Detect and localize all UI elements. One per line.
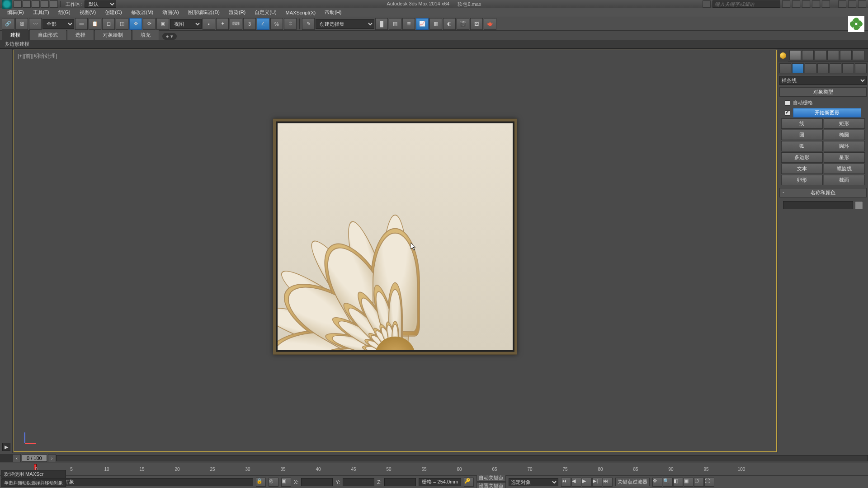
qat-undo-icon[interactable] [41,0,49,8]
obj-btn-圆[interactable]: 圆 [781,130,823,140]
obj-btn-螺旋线[interactable]: 螺旋线 [824,164,865,174]
next-frame-icon[interactable]: ▶| [592,478,602,487]
obj-btn-文本[interactable]: 文本 [781,164,823,174]
new-shape-button[interactable]: 开始新图形 [793,108,861,117]
time-tag-icon[interactable]: 🔑 [464,478,474,487]
scale-icon[interactable]: ▣ [156,18,169,30]
tab-display-icon[interactable] [840,50,852,60]
obj-btn-多边形[interactable]: 多边形 [781,152,823,163]
panel-orb-icon[interactable] [780,52,786,59]
ribbon-tab-自由形式[interactable]: 自由形式 [29,30,66,40]
ribbon-tab-选择[interactable]: 选择 [67,30,94,40]
select-region-icon[interactable]: ◻ [102,18,115,30]
x-input[interactable] [301,478,333,486]
ribbon-pill[interactable]: ● ▾ [162,33,177,40]
star3-icon[interactable] [812,0,820,8]
snap-percent-icon[interactable]: % [270,18,283,30]
qat-save-icon[interactable] [32,0,40,8]
link-icon[interactable]: 🔗 [2,18,14,30]
sub-helpers-icon[interactable] [830,63,841,73]
ts-next-icon[interactable]: › [48,454,56,462]
nav-zoom-icon[interactable]: 🔍 [663,478,673,487]
material-editor-icon[interactable]: ◐ [443,18,456,30]
keymode-combo[interactable]: 选定对象 [509,478,558,486]
pivot-icon[interactable]: ▪ [203,18,215,30]
time-ruler[interactable]: 0510152025303540455055606570758085909510… [0,463,868,475]
plugin-clover-icon[interactable] [848,16,864,32]
curve-editor-icon[interactable]: 📈 [416,18,429,30]
newshape-checkbox[interactable] [785,110,790,116]
edit-named-sel-icon[interactable]: ✎ [302,18,315,30]
minimize-icon[interactable] [838,0,846,8]
qat-new-icon[interactable] [14,0,22,8]
menu-创建(C)[interactable]: 创建(C) [100,8,126,17]
user-icon[interactable] [822,0,830,8]
obj-btn-卵形[interactable]: 卵形 [781,175,823,185]
prev-frame-icon[interactable]: ◀ [571,478,581,487]
menu-图形编辑器(D)[interactable]: 图形编辑器(D) [184,8,224,17]
search-input[interactable] [712,0,780,8]
obj-btn-星形[interactable]: 星形 [824,152,865,163]
sel-lock-icon[interactable]: ▣ [281,478,291,487]
menu-工具(T)[interactable]: 工具(T) [28,8,54,17]
obj-btn-截面[interactable]: 截面 [824,175,865,185]
layers-icon[interactable]: ≣ [402,18,415,30]
menu-MAXScript(X)[interactable]: MAXScript(X) [281,9,321,16]
align-icon[interactable]: ▤ [389,18,401,30]
object-name-input[interactable] [783,201,853,209]
setkey-button[interactable]: 设置关键点 [476,482,506,488]
obj-btn-弧[interactable]: 弧 [781,141,823,151]
goto-start-icon[interactable]: ⏮ [561,478,571,487]
keyboard-shortcut-icon[interactable]: ⌨ [230,18,242,30]
sub-geometry-icon[interactable] [779,63,791,73]
star2-icon[interactable] [802,0,810,8]
time-slider-handle[interactable]: 0 / 100 [22,455,47,462]
render-icon[interactable]: 🫖 [484,18,496,30]
viewport[interactable]: [+][前][明暗处理] [14,50,777,452]
menu-视图(V)[interactable]: 视图(V) [75,8,101,17]
ribbon-tab-填充[interactable]: 填充 [132,30,159,40]
unlink-icon[interactable]: ⛓ [15,18,28,30]
manipulate-icon[interactable]: ✦ [216,18,229,30]
menu-自定义(U)[interactable]: 自定义(U) [250,8,281,17]
y-input[interactable] [343,478,374,486]
time-track[interactable] [56,455,868,461]
keyfilter-button[interactable]: 关键点过滤器 [615,478,650,486]
play-icon[interactable]: ▶ [582,478,592,487]
ref-coord-combo[interactable]: 视图 [170,19,202,29]
ts-left-end[interactable] [0,454,13,462]
maximize-icon[interactable] [848,0,856,8]
selection-filter-combo[interactable]: 全部 [42,19,74,29]
reference-image[interactable] [273,119,517,355]
select-name-icon[interactable]: 📋 [89,18,101,30]
rollout-object-type[interactable]: -对象类型 [779,87,867,97]
mirror-icon[interactable]: ▐▌ [375,18,388,30]
spinner-snap-icon[interactable]: ⇕ [284,18,297,30]
named-sel-combo[interactable]: 创建选择集 [316,19,374,29]
ts-prev-icon[interactable]: ‹ [13,454,21,462]
nav-pan-icon[interactable]: ✥ [652,478,662,487]
move-icon[interactable]: ✥ [129,18,142,30]
schematic-icon[interactable]: ▦ [429,18,442,30]
rollout-name-color[interactable]: -名称和颜色 [779,188,867,197]
menu-动画(A)[interactable]: 动画(A) [158,8,184,17]
nav-orbit-icon[interactable]: ⭯ [694,478,704,487]
star1-icon[interactable] [792,0,800,8]
obj-btn-圆环[interactable]: 圆环 [824,141,865,151]
ribbon-tab-对象绘制[interactable]: 对象绘制 [94,30,132,40]
info-icon[interactable] [703,0,711,8]
nav-max-icon[interactable]: ⛶ [704,478,714,487]
sub-cameras-icon[interactable] [817,63,829,73]
z-input[interactable] [384,478,416,486]
menu-渲染(R)[interactable]: 渲染(R) [224,8,250,17]
category-combo[interactable]: 样条线 [779,76,867,85]
sub-lights-icon[interactable] [805,63,816,73]
window-crossing-icon[interactable]: ◫ [116,18,128,30]
sub-systems-icon[interactable] [855,63,867,73]
color-swatch[interactable] [855,201,863,209]
sub-shapes-icon[interactable] [792,63,804,73]
render-frame-icon[interactable]: 🖼 [470,18,483,30]
nav-fov-icon[interactable]: ◧ [673,478,683,487]
menu-组(G)[interactable]: 组(G) [54,8,75,17]
obj-btn-椭圆[interactable]: 椭圆 [824,130,865,140]
